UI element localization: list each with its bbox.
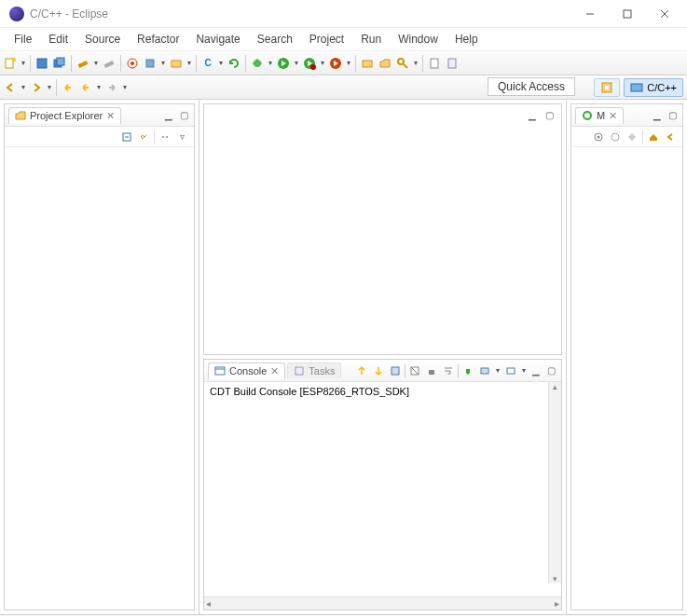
c-element-icon[interactable]: C bbox=[199, 55, 216, 72]
new-icon[interactable] bbox=[2, 55, 19, 72]
editor-minimize-icon[interactable]: ▁ bbox=[526, 108, 539, 121]
build-all-icon[interactable] bbox=[101, 55, 117, 72]
run-icon[interactable] bbox=[275, 55, 292, 72]
task-icon[interactable] bbox=[444, 55, 460, 72]
run-last-dropdown[interactable]: ▾ bbox=[319, 59, 326, 67]
outline-body[interactable] bbox=[571, 147, 682, 609]
outline-maximize-icon[interactable]: ▢ bbox=[666, 109, 679, 122]
maximize-button[interactable] bbox=[609, 1, 646, 27]
word-wrap-icon[interactable] bbox=[441, 363, 456, 378]
menu-run[interactable]: Run bbox=[352, 30, 390, 48]
console-horizontal-scrollbar[interactable]: ◂▸ bbox=[204, 596, 561, 609]
menu-project[interactable]: Project bbox=[301, 30, 352, 48]
menu-refactor[interactable]: Refactor bbox=[129, 30, 187, 48]
configure-icon[interactable] bbox=[142, 55, 158, 72]
perspective-cpp[interactable]: C/C++ bbox=[624, 78, 683, 97]
console-minimize-icon[interactable]: ▁ bbox=[529, 364, 543, 377]
annotation-icon[interactable] bbox=[426, 55, 443, 72]
pin-console-icon[interactable] bbox=[460, 363, 475, 378]
make-target2-icon[interactable] bbox=[609, 130, 622, 144]
open-console-dropdown[interactable]: ▾ bbox=[520, 366, 528, 375]
outline-close-icon[interactable]: ✕ bbox=[609, 110, 617, 122]
console-tab[interactable]: Console ✕ bbox=[208, 363, 285, 379]
back-history-icon[interactable] bbox=[77, 79, 94, 96]
maximize-view-icon[interactable]: ▢ bbox=[177, 109, 190, 122]
save-icon[interactable] bbox=[34, 55, 50, 72]
svg-rect-43 bbox=[507, 368, 515, 374]
prev-edit-icon[interactable] bbox=[2, 79, 19, 96]
project-explorer-tree[interactable] bbox=[5, 147, 194, 609]
next-edit-icon[interactable] bbox=[28, 79, 45, 96]
minimize-view-icon[interactable]: ▁ bbox=[162, 109, 175, 122]
forward-icon[interactable] bbox=[103, 79, 120, 96]
debug-dropdown[interactable]: ▾ bbox=[267, 59, 274, 67]
home-icon[interactable] bbox=[647, 130, 660, 144]
refresh-icon[interactable] bbox=[226, 55, 242, 72]
profile-icon[interactable] bbox=[327, 55, 344, 72]
display-console-dropdown[interactable]: ▾ bbox=[494, 366, 502, 375]
minimize-button[interactable] bbox=[571, 1, 609, 27]
show-selected-console-icon[interactable] bbox=[388, 363, 403, 378]
prev-edit-dropdown[interactable]: ▾ bbox=[20, 83, 27, 91]
console-close-icon[interactable]: ✕ bbox=[270, 365, 279, 377]
link-editor-icon[interactable] bbox=[137, 130, 150, 144]
search-dropdown[interactable]: ▾ bbox=[412, 59, 419, 67]
open-console-icon[interactable] bbox=[503, 363, 518, 378]
scroll-lock-icon[interactable] bbox=[424, 363, 439, 378]
run-dropdown[interactable]: ▾ bbox=[293, 59, 300, 67]
make-build-icon[interactable] bbox=[625, 130, 639, 144]
outline-tab[interactable]: M ✕ bbox=[575, 107, 624, 124]
debug-icon[interactable] bbox=[249, 55, 266, 72]
new-dropdown[interactable]: ▾ bbox=[20, 59, 27, 67]
collapse-all-icon[interactable] bbox=[120, 130, 133, 144]
project-explorer-tab[interactable]: Project Explorer ✕ bbox=[8, 107, 121, 124]
outline-minimize-icon[interactable]: ▁ bbox=[651, 109, 664, 122]
console-vertical-scrollbar[interactable]: ▴▾ bbox=[548, 382, 561, 583]
svg-rect-9 bbox=[78, 61, 89, 68]
clear-console-icon[interactable] bbox=[407, 363, 422, 378]
profile-dropdown[interactable]: ▾ bbox=[345, 59, 352, 67]
menu-window[interactable]: Window bbox=[390, 30, 447, 48]
menu-source[interactable]: Source bbox=[76, 30, 129, 48]
search-icon[interactable] bbox=[394, 55, 411, 72]
forward-dropdown[interactable]: ▾ bbox=[121, 83, 129, 91]
display-console-icon[interactable] bbox=[477, 363, 492, 378]
save-all-icon[interactable] bbox=[51, 55, 68, 72]
menu-search[interactable]: Search bbox=[249, 30, 301, 48]
console-maximize-icon[interactable]: ▢ bbox=[544, 364, 557, 377]
configure-dropdown[interactable]: ▾ bbox=[159, 59, 167, 67]
editor-area[interactable]: ▁ ▢ bbox=[203, 103, 562, 355]
view-menu-icon[interactable] bbox=[158, 130, 172, 144]
c-element-dropdown[interactable]: ▾ bbox=[217, 59, 225, 67]
run-last-icon[interactable] bbox=[301, 55, 318, 72]
tasks-tab[interactable]: Tasks bbox=[287, 363, 341, 378]
next-console-icon[interactable] bbox=[371, 363, 386, 378]
quick-access-field[interactable]: Quick Access bbox=[488, 77, 575, 96]
open-folder-icon[interactable] bbox=[377, 55, 393, 72]
make-target-icon[interactable] bbox=[592, 130, 605, 144]
manage-config-dropdown[interactable]: ▾ bbox=[185, 59, 193, 67]
console-icon bbox=[214, 365, 226, 376]
target-icon[interactable] bbox=[124, 55, 141, 72]
menu-navigate[interactable]: Navigate bbox=[187, 30, 248, 48]
close-view-icon[interactable]: ✕ bbox=[106, 110, 115, 122]
editor-maximize-icon[interactable]: ▢ bbox=[543, 108, 556, 121]
manage-config-icon[interactable] bbox=[168, 55, 185, 72]
back-history-dropdown[interactable]: ▾ bbox=[95, 83, 103, 91]
svg-rect-26 bbox=[431, 59, 438, 68]
view-dropdown-icon[interactable]: ▿ bbox=[175, 130, 188, 144]
build-icon[interactable] bbox=[75, 55, 91, 72]
svg-rect-27 bbox=[448, 59, 456, 68]
close-button[interactable] bbox=[646, 1, 683, 27]
open-type-icon[interactable] bbox=[359, 55, 376, 72]
menu-file[interactable]: File bbox=[6, 30, 40, 48]
outline-back-icon[interactable] bbox=[664, 130, 677, 144]
next-edit-dropdown[interactable]: ▾ bbox=[46, 83, 53, 91]
build-dropdown[interactable]: ▾ bbox=[92, 59, 100, 67]
menu-help[interactable]: Help bbox=[447, 30, 487, 48]
prev-console-icon[interactable] bbox=[354, 363, 369, 378]
open-perspective-button[interactable] bbox=[594, 78, 620, 97]
svg-point-21 bbox=[310, 64, 316, 70]
back-icon[interactable] bbox=[60, 79, 76, 96]
menu-edit[interactable]: Edit bbox=[40, 30, 76, 48]
